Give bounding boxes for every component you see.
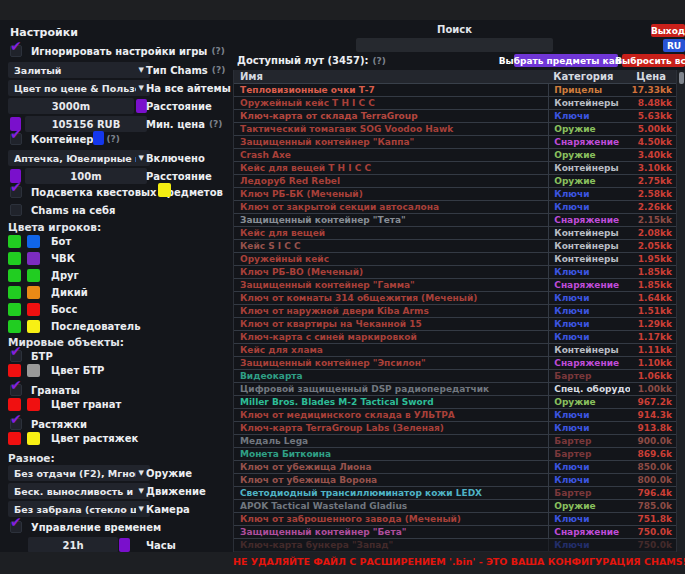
loot-table-row[interactable]: Ключ от закрытой секции автосалона Ключи… — [234, 201, 676, 214]
color-swatch-secondary[interactable] — [27, 286, 40, 299]
exit-button[interactable]: Выход — [651, 24, 685, 37]
loot-table-row[interactable]: Светодиодный трансиллюминатор кожи LEDX … — [234, 487, 676, 500]
loot-table-row[interactable]: Ключ РБ-БК (Меченый) Ключи 2.58kk — [234, 188, 676, 201]
misc-dropdown[interactable]: Без отдачи (F2), Мгновенное п ▼ — [8, 465, 150, 481]
hours-input[interactable]: 21h — [28, 537, 118, 553]
color-swatch-primary[interactable] — [8, 252, 21, 265]
loot-table-row[interactable]: Кейс для хлама Контейнеры 1.11kk — [234, 344, 676, 357]
config-warning-text: НЕ УДАЛЯЙТЕ ФАЙЛ С РАСШИРЕНИЕМ '.bin' - … — [233, 556, 676, 567]
color-swatch-secondary[interactable] — [27, 303, 40, 316]
color-swatch-primary[interactable] — [8, 269, 21, 282]
hours-color-swatch[interactable] — [119, 538, 130, 552]
column-header-category[interactable]: Категория — [548, 70, 630, 83]
loot-table-row[interactable]: Ключ-карта с синей маркировкой Ключи 1.1… — [234, 331, 676, 344]
color-swatch-secondary[interactable] — [27, 398, 40, 411]
loot-table: Имя Категория Цена Тепловизионные очки Т… — [233, 70, 676, 552]
quest-highlight-label: Подсветка квестовых предметов — [31, 187, 223, 198]
color-swatch-primary[interactable] — [8, 432, 21, 445]
loot-table-row[interactable]: Ключ от заброшенного завода (Меченый) Кл… — [234, 513, 676, 526]
help-icon[interactable]: (?) — [372, 56, 385, 66]
color-swatch-secondary[interactable] — [27, 320, 40, 333]
containers-distance-input[interactable]: 100m — [25, 168, 147, 184]
color-swatch-secondary[interactable] — [27, 364, 40, 377]
color-swatch-primary[interactable] — [8, 398, 21, 411]
min-price-input[interactable]: 105156 RUB — [25, 116, 147, 132]
help-icon[interactable]: (?) — [211, 46, 224, 56]
chams-type-dropdown[interactable]: Залитый ▼ — [8, 62, 150, 78]
containers-color-swatch[interactable] — [93, 131, 104, 145]
color-swatch-secondary[interactable] — [27, 235, 40, 248]
btr-checkbox[interactable]: ✔ — [10, 350, 22, 362]
containers-filter-dropdown[interactable]: Аптечка, Ювелирные и... ▼ — [8, 150, 150, 166]
loot-table-row[interactable]: Кейс для вещей Контейнеры 2.08kk — [234, 227, 676, 240]
column-header-price[interactable]: Цена — [630, 71, 676, 82]
color-swatch-primary[interactable] — [8, 286, 21, 299]
search-label: Поиск — [356, 24, 553, 35]
chevron-down-icon: ▼ — [139, 487, 144, 495]
ignore-game-settings-checkbox[interactable]: ✔ — [10, 45, 22, 57]
quest-highlight-checkbox[interactable]: ✔ — [10, 186, 22, 198]
loot-table-row[interactable]: APOK Tactical Wasteland Gladius Оружие 7… — [234, 500, 676, 513]
column-header-name[interactable]: Имя — [234, 71, 548, 82]
loot-table-row[interactable]: Защищенный контейнер "Каппа" Снаряжение … — [234, 136, 676, 149]
help-icon[interactable]: (?) — [106, 134, 119, 144]
loot-table-row[interactable]: Тактический томагавк SOG Voodoo Hawk Ору… — [234, 123, 676, 136]
loot-table-row[interactable]: Кейс для вещей T H I C C Контейнеры 3.10… — [234, 162, 676, 175]
loot-table-row[interactable]: Оружейный кейс T H I C C Контейнеры 8.48… — [234, 97, 676, 110]
color-swatch-primary[interactable] — [8, 235, 21, 248]
color-swatch-secondary[interactable] — [27, 269, 40, 282]
loot-table-row[interactable]: Ключ от наружной двери Kiba Arms Ключи 1… — [234, 305, 676, 318]
loot-table-row[interactable]: Защищенный контейнер "Гамма" Снаряжение … — [234, 279, 676, 292]
loot-table-row[interactable]: Ключ-карта от склада TerraGroup Ключи 5.… — [234, 110, 676, 123]
quest-color-swatch[interactable] — [158, 183, 171, 197]
table-scrollbar[interactable] — [676, 70, 685, 552]
loot-table-row[interactable]: Ключ-карта TerraGroup Labs (Зеленая) Клю… — [234, 422, 676, 435]
drop-all-button[interactable]: Выбросить все — [622, 54, 685, 67]
loot-table-row[interactable]: Защищенный контейнер "Бета" Снаряжение 7… — [234, 526, 676, 539]
loot-table-row[interactable]: Ключ от квартиры на Чеканной 15 Ключи 1.… — [234, 318, 676, 331]
loot-table-row[interactable]: Ключ от комнаты 314 общежития (Меченый) … — [234, 292, 676, 305]
tripwires-checkbox[interactable]: ✔ — [10, 418, 22, 430]
grenades-checkbox[interactable]: ✔ — [10, 384, 22, 396]
language-button[interactable]: RU — [663, 39, 685, 52]
loot-table-row[interactable]: Цифровой защищенный DSP радиопередатчик … — [234, 383, 676, 396]
item-category: Ключи — [548, 318, 630, 330]
min-price-label: Мин. цена(?) — [146, 116, 222, 132]
distance-input[interactable]: 3000m — [8, 98, 134, 114]
item-price: 967.2k — [630, 397, 676, 407]
loot-table-row[interactable]: Miller Bros. Blades M-2 Tactical Sword О… — [234, 396, 676, 409]
loot-table-row[interactable]: Видеокарта Бартер 1.06kk — [234, 370, 676, 383]
loot-table-row[interactable]: Ключ от медицинского склада в УЛЬТРА Клю… — [234, 409, 676, 422]
loot-table-row[interactable]: Ледоруб Red Rebel Оружие 2.75kk — [234, 175, 676, 188]
help-icon[interactable]: (?) — [209, 119, 222, 129]
chams-config-window: Настройки ✔ Игнорировать настройки игры … — [0, 0, 685, 574]
loot-table-row[interactable]: Кейс S I C C Контейнеры 2.05kk — [234, 240, 676, 253]
all-items-mode-dropdown[interactable]: Цвет по цене & Пользователь ▼ — [8, 80, 150, 96]
loot-table-row[interactable]: Защищенный контейнер "Эпсилон" Снаряжени… — [234, 357, 676, 370]
misc-dropdown[interactable]: Беск. выносливость и нет уста ▼ — [8, 483, 150, 499]
loot-table-row[interactable]: Монета Биткоина Бартер 869.6k — [234, 448, 676, 461]
loot-table-row[interactable]: Защищенный контейнер "Тета" Снаряжение 2… — [234, 214, 676, 227]
check-icon: ✔ — [10, 39, 22, 53]
color-swatch-secondary[interactable] — [27, 252, 40, 265]
color-swatch-primary[interactable] — [8, 364, 21, 377]
loot-table-row[interactable]: Ключ от убежища Лиона Ключи 850.0k — [234, 461, 676, 474]
misc-dropdown[interactable]: Без забрала (стекло шлема) ▼ — [8, 501, 150, 517]
color-swatch-primary[interactable] — [8, 303, 21, 316]
containers-checkbox[interactable]: ✔ — [10, 133, 22, 145]
loot-table-row[interactable]: Тепловизионные очки Т-7 Прицелы 17.33kk — [234, 84, 676, 97]
scrollbar-thumb[interactable] — [679, 72, 684, 84]
loot-table-row[interactable]: Crash Axe Оружие 3.40kk — [234, 149, 676, 162]
loot-table-row[interactable]: Ключ от убежища Ворона Ключи 800.0k — [234, 474, 676, 487]
color-swatch-secondary[interactable] — [27, 432, 40, 445]
time-control-checkbox[interactable]: ✔ — [10, 521, 22, 533]
select-kappa-items-button[interactable]: Выбрать предметы каппа — [514, 54, 618, 67]
help-icon[interactable]: (?) — [212, 65, 225, 75]
loot-table-row[interactable]: Оружейный кейс Контейнеры 1.95kk — [234, 253, 676, 266]
loot-table-row[interactable]: Ключ-карта бункера "Запад" Ключи 750.0k — [234, 539, 676, 552]
search-input[interactable] — [356, 38, 553, 52]
chams-self-checkbox[interactable] — [10, 204, 22, 216]
loot-table-row[interactable]: Медаль Lega Бартер 900.0k — [234, 435, 676, 448]
loot-table-row[interactable]: Ключ РБ-ВО (Меченый) Ключи 1.85kk — [234, 266, 676, 279]
color-swatch-primary[interactable] — [8, 320, 21, 333]
